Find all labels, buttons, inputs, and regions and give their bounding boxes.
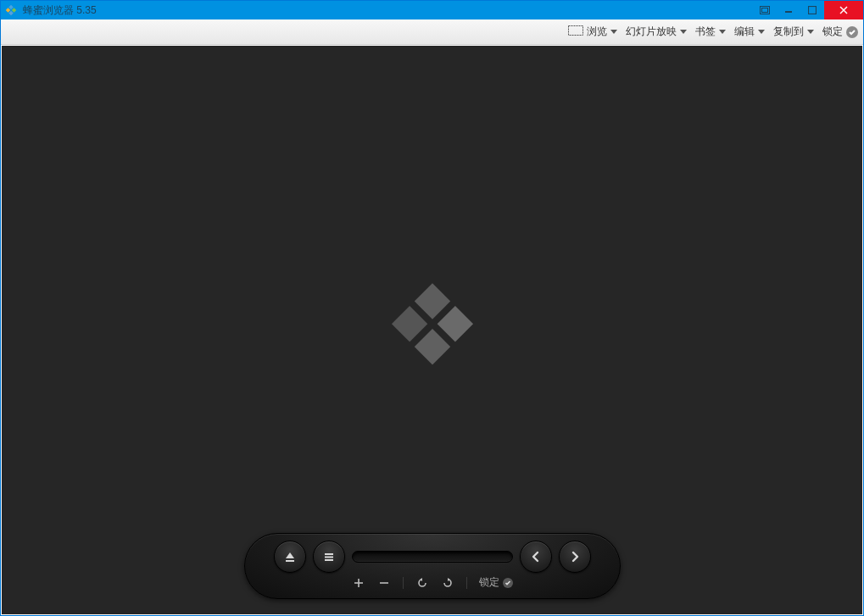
plus-icon xyxy=(354,578,364,588)
titlebar: 蜂蜜浏览器 5.35 xyxy=(1,1,863,19)
close-button[interactable] xyxy=(824,1,863,19)
svg-rect-9 xyxy=(391,306,426,341)
browse-menu[interactable]: 浏览 xyxy=(568,25,617,39)
zoom-in-button[interactable] xyxy=(352,576,365,590)
minus-icon xyxy=(379,578,389,588)
list-button[interactable] xyxy=(313,541,345,573)
check-circle-icon xyxy=(503,578,513,588)
separator xyxy=(403,577,404,589)
svg-rect-3 xyxy=(809,7,817,14)
chevron-down-icon xyxy=(807,30,814,34)
app-icon xyxy=(4,3,18,17)
chevron-down-icon xyxy=(758,30,765,34)
maximize-icon xyxy=(808,6,817,14)
svg-line-5 xyxy=(840,7,847,14)
chevron-left-icon xyxy=(529,550,543,563)
chevron-down-icon xyxy=(610,30,617,34)
toolbar: 浏览 幻灯片放映 书签 编辑 复制到 锁定 xyxy=(1,19,863,45)
prev-button[interactable] xyxy=(520,541,552,573)
lock-toggle-bottom[interactable]: 锁定 xyxy=(479,575,513,590)
next-button[interactable] xyxy=(559,541,591,573)
svg-rect-15 xyxy=(325,559,333,561)
svg-rect-6 xyxy=(569,26,583,36)
lock-toggle[interactable]: 锁定 xyxy=(822,25,858,39)
minimize-icon xyxy=(784,6,793,14)
svg-marker-11 xyxy=(286,552,294,558)
bookmark-menu[interactable]: 书签 xyxy=(695,25,726,39)
minimize-button[interactable] xyxy=(777,1,800,19)
fullscreen-icon xyxy=(760,6,770,14)
eject-icon xyxy=(283,550,297,563)
check-circle-icon xyxy=(846,26,858,38)
svg-rect-14 xyxy=(325,557,333,558)
window-controls xyxy=(753,1,863,19)
app-title: 蜂蜜浏览器 5.35 xyxy=(21,3,753,18)
zoom-out-button[interactable] xyxy=(377,576,391,590)
slideshow-menu[interactable]: 幻灯片放映 xyxy=(626,25,687,39)
lock-bottom-label: 锁定 xyxy=(479,575,499,590)
copyto-label: 复制到 xyxy=(773,25,804,39)
chevron-down-icon xyxy=(680,30,687,34)
redo-icon xyxy=(442,577,454,589)
slideshow-label: 幻灯片放映 xyxy=(626,25,677,39)
copyto-menu[interactable]: 复制到 xyxy=(773,25,814,39)
image-viewport[interactable]: 锁定 xyxy=(2,46,862,614)
playback-controls: 锁定 xyxy=(244,533,621,599)
svg-rect-8 xyxy=(437,306,472,341)
fullscreen-button[interactable] xyxy=(753,1,777,19)
svg-rect-7 xyxy=(414,283,449,319)
progress-slider[interactable] xyxy=(352,551,513,563)
close-icon xyxy=(839,5,849,15)
svg-line-4 xyxy=(840,7,847,14)
selection-icon xyxy=(568,25,583,38)
svg-rect-0 xyxy=(761,7,770,14)
edit-menu[interactable]: 编辑 xyxy=(734,25,765,39)
eject-button[interactable] xyxy=(274,541,306,573)
controls-row-secondary: 锁定 xyxy=(245,575,620,590)
placeholder-logo xyxy=(386,277,479,374)
undo-icon xyxy=(416,577,428,589)
list-icon xyxy=(322,550,336,563)
lock-label: 锁定 xyxy=(822,25,843,39)
maximize-button[interactable] xyxy=(800,1,824,19)
bookmark-label: 书签 xyxy=(695,25,716,39)
svg-rect-10 xyxy=(414,328,449,363)
chevron-right-icon xyxy=(568,550,582,563)
rotate-right-button[interactable] xyxy=(441,576,454,590)
chevron-down-icon xyxy=(719,30,726,34)
rotate-left-button[interactable] xyxy=(415,576,429,590)
controls-row-primary xyxy=(245,541,620,573)
svg-rect-1 xyxy=(762,8,768,13)
separator xyxy=(466,577,467,589)
svg-rect-13 xyxy=(325,553,333,555)
edit-label: 编辑 xyxy=(734,25,755,39)
svg-rect-12 xyxy=(286,560,294,562)
browse-label: 浏览 xyxy=(587,25,607,39)
